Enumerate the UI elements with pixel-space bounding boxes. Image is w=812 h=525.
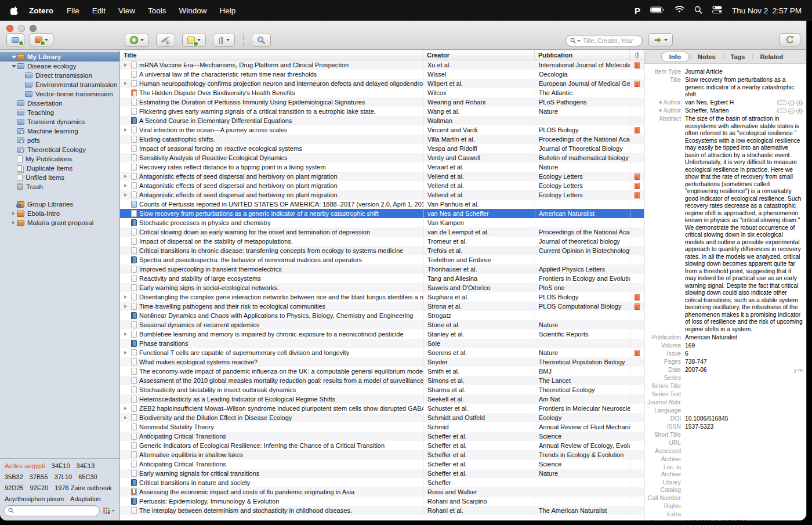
field-value[interactable] — [685, 432, 803, 439]
tag-1976-zaire-outbreak[interactable]: 1976 Zaire outbreak — [55, 485, 111, 491]
new-library-button[interactable] — [30, 33, 53, 46]
table-row[interactable]: A universal law of the characteristic re… — [120, 70, 644, 79]
column-header-attachment[interactable] — [630, 50, 644, 60]
field-value[interactable] — [685, 464, 803, 479]
sidebar-item-duplicate-items[interactable]: Duplicate Items — [0, 164, 119, 173]
table-row[interactable]: Spectra and pseudospectra: the behavior … — [120, 255, 644, 265]
table-row[interactable]: What makes ecological systems reactive?S… — [120, 357, 644, 367]
table-row[interactable]: Stochasticity and bistability in insect … — [120, 385, 644, 394]
tab-notes[interactable]: Notes — [691, 52, 722, 61]
expand-arrow-icon[interactable] — [122, 332, 129, 336]
field-value[interactable] — [685, 503, 803, 510]
field-value[interactable] — [685, 448, 803, 455]
tab-tags[interactable]: Tags — [724, 52, 752, 61]
sidebar-item-theoretical-ecology[interactable]: Theoretical Ecology — [0, 145, 119, 154]
sidebar-item-direct-transmission[interactable]: Direct transmission — [0, 71, 119, 80]
table-row[interactable]: Early warning signals for critical trans… — [120, 469, 644, 478]
table-row[interactable]: Antagonistic effects of seed dispersal a… — [120, 172, 644, 181]
table-row[interactable]: ZEB2 haploinsufficient Mowat–Wilson synd… — [120, 404, 644, 413]
table-row[interactable]: Time-travelling pathogens and their risk… — [120, 302, 644, 311]
field-value[interactable]: 1/20/2023, 2:46:50 PM — [685, 519, 803, 521]
add-by-identifier-button[interactable] — [156, 34, 175, 47]
disclosure-collapsed-icon[interactable] — [10, 221, 17, 225]
tag-34e13[interactable]: 34E13 — [77, 463, 95, 469]
tab-info[interactable]: Info — [661, 52, 689, 62]
field-value[interactable]: The size of the basin of attraction in e… — [685, 115, 803, 333]
expand-arrow-icon[interactable] — [122, 184, 129, 187]
expand-arrow-icon[interactable] — [122, 416, 129, 419]
field-value[interactable]: Scheffer, Marten−+ — [685, 107, 803, 115]
close-button[interactable] — [6, 25, 13, 32]
table-row[interactable]: Anticipating Critical TransitionsScheffe… — [120, 432, 644, 441]
column-header-publication[interactable]: Publication — [535, 50, 630, 60]
disclosure-collapsed-icon[interactable] — [10, 212, 17, 215]
battery-icon[interactable] — [650, 6, 665, 15]
field-value[interactable]: 2007-06y m — [685, 367, 803, 374]
app-menu[interactable]: Zotero — [29, 6, 53, 15]
new-item-button[interactable] — [125, 34, 149, 47]
tag-37b55[interactable]: 37B55 — [30, 474, 48, 480]
apple-menu-icon[interactable] — [10, 6, 19, 15]
table-row[interactable]: Critical slowing down as early warning f… — [120, 227, 644, 237]
table-row[interactable]: Impact of seasonal forcing on reactive e… — [120, 144, 644, 153]
sync-button[interactable] — [780, 33, 800, 46]
table-row[interactable]: Flickering gives early warning signals o… — [120, 107, 644, 116]
table-row[interactable]: Pertussis: Epidemiology, Immunology & Ev… — [120, 497, 644, 506]
menu-tools[interactable]: Tools — [142, 6, 173, 15]
field-value[interactable]: Slow recovery from perturbations as a ge… — [685, 77, 803, 99]
table-row[interactable]: Estimating the Duration of Pertussis Imm… — [120, 97, 644, 107]
table-row[interactable]: Eluding catastrophic shifts.Villa Martín… — [120, 135, 644, 144]
field-value[interactable]: 1537-5323 — [685, 423, 803, 431]
sidebar-item-environmental-transmission[interactable]: Environmental transmission — [0, 80, 119, 89]
author-name[interactable]: van Nes, Egbert H — [685, 99, 775, 107]
new-collection-button[interactable] — [6, 33, 24, 46]
menu-edit[interactable]: Edit — [86, 6, 112, 15]
sidebar-item-my-publications[interactable]: My Publications — [0, 154, 119, 164]
field-value[interactable] — [685, 407, 803, 415]
tag-search-field[interactable] — [3, 505, 100, 516]
table-row[interactable]: Early warning signs in social-ecological… — [120, 283, 644, 292]
column-header-creator[interactable]: Creator — [423, 50, 535, 60]
author-field-mode-box[interactable] — [777, 100, 786, 105]
expand-arrow-icon[interactable] — [122, 193, 129, 197]
table-row[interactable]: Human neuropathology confirms projection… — [120, 79, 644, 88]
expand-arrow-icon[interactable] — [122, 82, 129, 85]
table-row[interactable]: The Hidden Dispute Over Biodiversity's H… — [120, 88, 644, 97]
expand-arrow-icon[interactable] — [122, 295, 129, 299]
locate-button[interactable] — [648, 33, 673, 46]
quick-search-field[interactable] — [566, 35, 643, 46]
wifi-icon[interactable] — [675, 6, 684, 15]
add-author-button[interactable]: + — [796, 100, 803, 106]
sidebar-item-transient-dynamics[interactable]: Transient dynamics — [0, 117, 119, 126]
table-row[interactable]: Generic Indicators of Ecological Resilie… — [120, 441, 644, 450]
field-value[interactable] — [685, 440, 803, 447]
table-row[interactable]: Anticipating Critical TransitionsScheffe… — [120, 459, 644, 469]
spotlight-icon[interactable] — [694, 6, 702, 16]
table-row[interactable]: Improved supercooling in transient therm… — [120, 265, 644, 274]
sidebar-item-pdfs[interactable]: pdfs — [0, 136, 119, 145]
group-library-ebola-intro[interactable]: Ebola-Intro — [0, 209, 119, 218]
field-value[interactable] — [685, 391, 803, 399]
tag-37l10[interactable]: 37L10 — [55, 474, 72, 480]
table-row[interactable]: Critical transitions in nature and socie… — [120, 478, 644, 487]
table-row[interactable]: Antagonistic effects of seed dispersal a… — [120, 181, 644, 190]
sidebar-item-unfiled-items[interactable]: Unfiled Items — [0, 173, 119, 182]
table-row[interactable]: Biodiversity and the Dilution Effect in … — [120, 413, 644, 422]
expand-arrow-icon[interactable] — [122, 407, 129, 410]
table-row[interactable]: Impact of dispersal on the stability of … — [120, 237, 644, 246]
new-note-button[interactable] — [182, 34, 206, 47]
minimize-button[interactable] — [18, 25, 25, 32]
table-row[interactable]: Critical transitions in chronic disease:… — [120, 246, 644, 255]
tag-selector-options-button[interactable] — [103, 508, 116, 514]
table-row[interactable]: mRNA Vaccine Era—Mechanisms, Drug Platfo… — [120, 60, 644, 70]
sidebar-item-teaching[interactable]: Teaching — [0, 108, 119, 117]
expand-arrow-icon[interactable] — [122, 175, 129, 178]
expand-arrow-icon[interactable] — [122, 128, 129, 132]
field-value[interactable] — [685, 511, 803, 519]
table-row[interactable]: Slow recovery from perturbations as a ge… — [120, 209, 644, 218]
table-row[interactable]: The economy-wide impact of pandemic infl… — [120, 367, 644, 376]
field-value[interactable]: van Nes, Egbert H−+ — [685, 99, 803, 107]
author-name[interactable]: Scheffer, Marten — [685, 107, 775, 115]
field-value[interactable] — [685, 479, 803, 494]
expand-arrow-icon[interactable] — [122, 351, 129, 354]
